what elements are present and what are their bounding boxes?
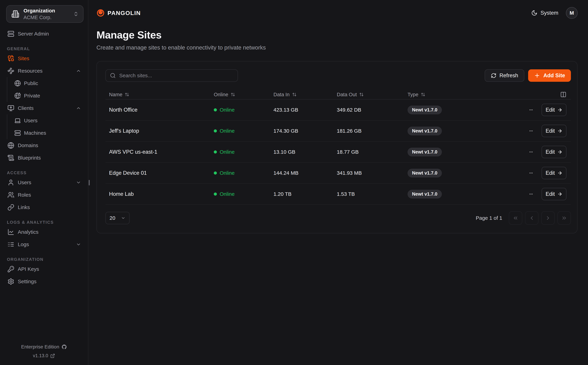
sidebar-item-label: Users — [18, 180, 31, 185]
site-data-out: 1.53 TB — [337, 191, 407, 197]
site-data-in: 144.24 MB — [273, 170, 337, 176]
header-actions — [527, 91, 567, 98]
page-size-value: 20 — [110, 215, 115, 221]
columns-toggle-button[interactable] — [560, 91, 567, 98]
sidebar-item-label: Sites — [18, 56, 29, 61]
sidebar-item-label: Logs — [18, 241, 29, 247]
arrow-right-icon — [557, 107, 562, 112]
sidebar-item-roles[interactable]: Roles — [0, 189, 88, 201]
brand[interactable]: PANGOLIN — [97, 9, 141, 17]
online-dot — [214, 129, 217, 133]
header-data-out[interactable]: Data Out — [337, 92, 407, 98]
org-selector[interactable]: Organization ACME Corp. — [6, 5, 84, 23]
card-toolbar: Refresh Add Site — [105, 69, 571, 82]
page-size-select[interactable]: 20 — [105, 212, 130, 224]
row-menu-button[interactable] — [527, 126, 535, 135]
building-icon — [11, 10, 19, 18]
edition-link[interactable]: Enterprise Edition — [0, 344, 88, 350]
sidebar-item-analytics[interactable]: Analytics — [0, 226, 88, 238]
header-name[interactable]: Name — [109, 92, 214, 98]
toolbar-actions: Refresh Add Site — [485, 69, 571, 82]
sidebar-item-resources[interactable]: Resources — [0, 65, 88, 77]
clients-sublist: Users Machines — [7, 114, 88, 139]
arrow-right-icon — [557, 128, 562, 133]
first-page-button[interactable] — [509, 211, 522, 225]
next-page-button[interactable] — [541, 211, 555, 225]
chevron-down-icon — [121, 216, 126, 220]
online-dot — [214, 171, 217, 175]
key-icon — [7, 266, 14, 273]
edit-button[interactable]: Edit — [542, 104, 567, 116]
version-link[interactable]: v1.13.0 — [0, 353, 88, 358]
row-menu-button[interactable] — [527, 148, 535, 156]
row-menu-button[interactable] — [527, 169, 535, 177]
sort-icon — [231, 92, 235, 97]
sort-icon — [125, 92, 129, 97]
edit-button[interactable]: Edit — [542, 125, 567, 137]
sidebar-item-clients[interactable]: Clients — [0, 102, 88, 114]
header-type[interactable]: Type — [407, 92, 527, 98]
theme-toggle[interactable]: System — [531, 10, 558, 16]
edit-button[interactable]: Edit — [542, 188, 567, 200]
sidebar-item-sites[interactable]: Sites — [0, 52, 88, 65]
table-row: Edge Device 01 Online 144.24 MB 341.93 M… — [105, 163, 571, 184]
sites-icon — [7, 55, 14, 62]
external-link-icon — [50, 353, 55, 358]
sidebar-item-logs[interactable]: Logs — [0, 238, 88, 251]
columns-icon — [560, 91, 567, 98]
edit-button[interactable]: Edit — [542, 167, 567, 179]
site-name: AWS VPC us-east-1 — [109, 149, 214, 155]
sidebar-resize-handle[interactable] — [89, 180, 90, 185]
sidebar-item-domains[interactable]: Domains — [0, 139, 88, 152]
site-data-in: 13.10 GB — [273, 149, 337, 155]
ellipsis-icon — [528, 149, 534, 155]
header-online[interactable]: Online — [214, 92, 273, 98]
edit-button[interactable]: Edit — [542, 146, 567, 158]
sidebar-item-users[interactable]: Users — [0, 176, 88, 189]
sidebar-item-api-keys[interactable]: API Keys — [0, 263, 88, 275]
search-input[interactable] — [119, 73, 233, 78]
last-page-button[interactable] — [557, 211, 571, 225]
sidebar-item-label: API Keys — [18, 266, 39, 272]
row-actions: Edit — [527, 188, 567, 200]
site-data-out: 341.93 MB — [337, 170, 407, 176]
sidebar-item-label: Links — [18, 204, 30, 210]
chevron-down-icon — [76, 242, 81, 247]
sidebar-item-private[interactable]: Private — [7, 90, 88, 102]
online-dot — [214, 192, 217, 196]
site-status: Online — [214, 128, 273, 134]
sidebar-item-settings[interactable]: Settings — [0, 275, 88, 288]
sidebar-item-label: Blueprints — [18, 155, 41, 161]
sidebar-item-machines[interactable]: Machines — [7, 127, 88, 139]
sidebar-item-label: Roles — [18, 192, 31, 198]
refresh-button[interactable]: Refresh — [485, 69, 525, 82]
add-site-button[interactable]: Add Site — [528, 69, 571, 82]
org-value: ACME Corp. — [23, 15, 55, 20]
sidebar-item-server-admin[interactable]: Server Admin — [0, 28, 88, 40]
globe-icon — [7, 142, 14, 149]
avatar[interactable]: M — [566, 7, 578, 19]
site-type: Newt v1.7.0 — [407, 105, 527, 114]
globe-lock-icon — [14, 92, 21, 99]
sidebar-item-blueprints[interactable]: Blueprints — [0, 152, 88, 164]
row-menu-button[interactable] — [527, 105, 535, 114]
prev-page-button[interactable] — [525, 211, 539, 225]
table-row: AWS VPC us-east-1 Online 13.10 GB 18.77 … — [105, 142, 571, 163]
header-data-in[interactable]: Data In — [273, 92, 337, 98]
logs-icon — [7, 241, 14, 248]
sidebar-item-public[interactable]: Public — [7, 77, 88, 90]
resources-sublist: Public Private — [7, 77, 88, 102]
online-dot — [214, 150, 217, 154]
search-icon — [110, 73, 116, 78]
chevrons-up-down-icon — [73, 11, 79, 17]
refresh-label: Refresh — [499, 72, 518, 79]
pagination-status: Page 1 of 1 — [476, 215, 502, 221]
sidebar-item-client-users[interactable]: Users — [7, 114, 88, 127]
site-status: Online — [214, 107, 273, 113]
users-icon — [7, 191, 14, 198]
sidebar-item-links[interactable]: Links — [0, 201, 88, 214]
chevrons-right-icon — [561, 215, 567, 221]
globe-icon — [14, 80, 21, 87]
row-menu-button[interactable] — [527, 190, 535, 198]
type-badge: Newt v1.7.0 — [407, 105, 442, 114]
